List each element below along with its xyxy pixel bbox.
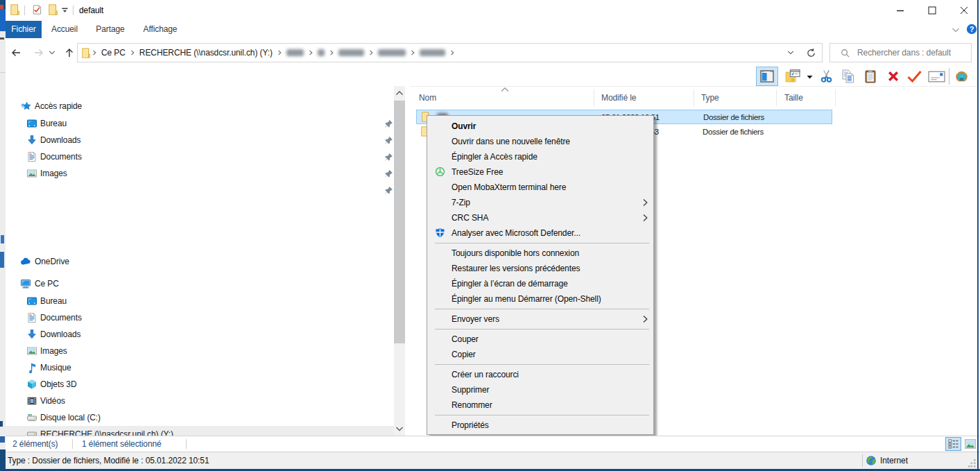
help-button[interactable]: ? [966, 24, 977, 35]
sidebar-item-musique[interactable]: Musique [6, 359, 394, 376]
open-shell-button[interactable] [954, 67, 969, 86]
sidebar-item-recherche-drive[interactable]: RECHERCHE (\\nasdcsr.unil.ch) (Y:) [6, 426, 394, 436]
column-header-type[interactable]: Type [701, 87, 719, 109]
menu-item-ouvrir-nouvelle-fenetre[interactable]: Ouvrir dans une nouvelle fenêtre [427, 134, 653, 149]
column-header-modifie-le[interactable]: Modifié le [601, 87, 636, 109]
menu-item-open-mobaxterm[interactable]: Open MobaXterm terminal here [427, 180, 653, 195]
breadcrumb-recherche-drive[interactable]: RECHERCHE (\\nasdcsr.unil.ch) (Y:) [137, 48, 275, 58]
refresh-button[interactable] [800, 43, 823, 62]
tab-fichier[interactable]: Fichier [6, 21, 42, 38]
back-icon[interactable] [10, 47, 22, 58]
sidebar-item-objets-3d[interactable]: Objets 3D [6, 376, 394, 393]
menu-item-epingler-acces-rapide[interactable]: Épingler à Accès rapide [427, 149, 653, 164]
up-icon[interactable] [64, 47, 75, 58]
recent-locations-icon[interactable] [49, 50, 55, 55]
breadcrumb-separator [90, 49, 98, 56]
menu-item-supprimer[interactable]: Supprimer [427, 382, 653, 397]
sidebar-item-bureau-qa[interactable]: Bureau [6, 115, 394, 132]
qat-customize-icon[interactable] [61, 7, 69, 14]
sidebar-item-documents-qa[interactable]: Documents [6, 148, 394, 165]
breadcrumb-redacted-3[interactable] [338, 49, 364, 56]
menu-item-label: Envoyer vers [452, 314, 499, 324]
new-folder-qat-icon[interactable] [49, 4, 58, 15]
menu-item-label: Épingler à Accès rapide [452, 152, 538, 162]
sidebar-item-downloads-pc[interactable]: Downloads [6, 326, 394, 343]
breadcrumb-redacted-2[interactable] [318, 49, 325, 56]
column-separator[interactable] [835, 89, 836, 106]
menu-item-epingler-ecran-demarrage[interactable]: Épingler à l’écran de démarrage [427, 276, 653, 291]
minimize-button[interactable] [884, 0, 915, 20]
sidebar-item-documents-pc[interactable]: Documents [6, 309, 394, 326]
menu-item-proprietes[interactable]: Propriétés [427, 418, 653, 433]
ribbon-collapse-icon[interactable] [952, 27, 960, 33]
details-view-button[interactable] [945, 437, 961, 451]
folder-options-dropdown-icon[interactable] [807, 75, 813, 79]
search-box[interactable]: Rechercher dans : default [829, 43, 972, 62]
navigation-pane-toggle-button[interactable] [756, 67, 778, 86]
resize-grip-icon[interactable] [968, 459, 977, 468]
scrollbar-thumb[interactable] [394, 101, 405, 343]
breadcrumb-redacted-4[interactable] [378, 49, 406, 56]
sidebar-item-disque-local[interactable]: Disque local (C:) [6, 409, 394, 426]
column-header-taille[interactable]: Taille [784, 87, 803, 109]
column-separator[interactable] [776, 89, 777, 106]
paste-button[interactable] [863, 67, 877, 86]
sidebar-item-label: Disque local (C:) [40, 413, 101, 422]
copy-button[interactable] [841, 67, 856, 86]
onedrive-cloud-icon [19, 256, 32, 267]
menu-item-epingler-menu-demarrer[interactable]: Épingler au menu Démarrer (Open-Shell) [427, 291, 653, 307]
column-separator[interactable] [694, 89, 694, 106]
close-button[interactable] [948, 0, 979, 20]
apply-button[interactable] [906, 67, 922, 86]
sidebar-item-quick-access[interactable]: Accès rapide [6, 98, 394, 114]
forward-icon[interactable] [33, 47, 44, 58]
sidebar-item-downloads-qa[interactable]: Downloads [6, 132, 394, 148]
sidebar-item-bureau-pc[interactable]: Bureau [6, 293, 394, 309]
thumbnails-view-button[interactable] [963, 438, 977, 450]
menu-item-defender-scan[interactable]: Analyser avec Microsoft Defender... [427, 225, 653, 241]
sidebar-item-onedrive[interactable]: OneDrive [6, 253, 394, 270]
menu-item-renommer[interactable]: Renommer [427, 397, 653, 413]
menu-item-couper[interactable]: Couper [427, 332, 653, 347]
sidebar-item-label: Documents [40, 152, 82, 162]
menu-item-creer-raccourci[interactable]: Créer un raccourci [427, 367, 653, 382]
tab-affichage[interactable]: Affichage [136, 21, 184, 38]
menu-item-label: TreeSize Free [452, 167, 503, 177]
sidebar-item-redacted-qa[interactable] [6, 182, 394, 198]
tab-partage[interactable]: Partage [89, 21, 131, 38]
sidebar-item-images-qa[interactable]: Images [6, 165, 394, 182]
sidebar-scrollbar[interactable] [394, 86, 405, 436]
address-bar[interactable]: Ce PC RECHERCHE (\\nasdcsr.unil.ch) (Y:) [77, 43, 800, 62]
email-button[interactable] [928, 67, 945, 86]
tab-accueil[interactable]: Accueil [44, 21, 85, 38]
download-icon [26, 329, 37, 340]
menu-item-copier[interactable]: Copier [427, 347, 653, 362]
address-folder-icon [82, 48, 90, 58]
menu-item-envoyer-vers[interactable]: Envoyer vers [427, 311, 653, 327]
maximize-button[interactable] [916, 0, 947, 20]
delete-button[interactable] [886, 67, 900, 86]
menu-item-7zip[interactable]: 7-Zip [427, 195, 653, 210]
sidebar-item-images-pc[interactable]: Images [6, 343, 394, 359]
pictures-icon [26, 345, 37, 357]
folder-options-button[interactable] [785, 67, 800, 86]
window-title: default [79, 0, 103, 21]
scrollbar-down-icon[interactable] [395, 426, 404, 431]
column-separator[interactable] [594, 89, 594, 106]
menu-item-restaurer-versions[interactable]: Restaurer les versions précédentes [427, 261, 653, 276]
menu-item-toujours-disponible[interactable]: Toujours disponible hors connexion [427, 246, 653, 261]
breadcrumb-redacted-5[interactable] [420, 49, 445, 56]
menu-item-treesize-free[interactable]: TreeSize Free [427, 164, 653, 180]
properties-qat-icon[interactable] [32, 4, 42, 15]
menu-item-crc-sha[interactable]: CRC SHA [427, 210, 653, 225]
sliver-text-fragment-2 [0, 436, 5, 443]
sidebar-item-ce-pc[interactable]: Ce PC [6, 275, 394, 292]
breadcrumb-redacted-1[interactable] [286, 49, 304, 56]
scrollbar-up-icon[interactable] [395, 90, 404, 96]
menu-item-ouvrir[interactable]: Ouvrir [427, 119, 653, 134]
sidebar-item-videos[interactable]: Vidéos [6, 393, 394, 409]
column-header-nom[interactable]: Nom [419, 87, 436, 109]
breadcrumb-ce-pc[interactable]: Ce PC [98, 48, 128, 58]
cut-button[interactable] [819, 67, 833, 86]
address-history-icon[interactable] [787, 50, 794, 55]
